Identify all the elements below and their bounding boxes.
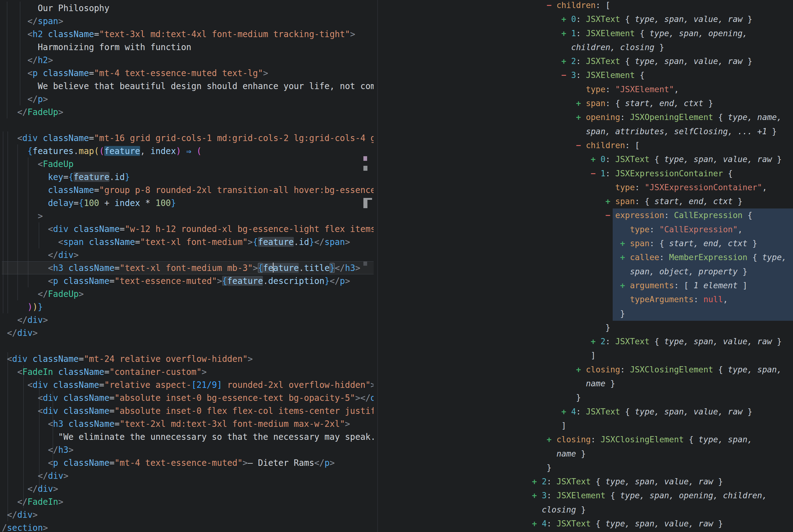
code-line[interactable] [2,118,374,131]
ast-node-line[interactable]: + 4: JSXText { type, span, value, raw } [532,405,793,419]
code-line[interactable]: <h2 className="text-3xl md:text-4xl font… [2,27,374,40]
code-line[interactable]: </FadeUp> [2,287,374,300]
expand-toggle-icon[interactable]: + [561,57,571,66]
code-line[interactable]: </div> [2,313,374,326]
code-line[interactable]: <div className="mt-24 relative overflow-… [2,352,374,365]
ast-node-line[interactable]: } [532,307,793,321]
expand-toggle-icon[interactable]: + [620,253,630,262]
code-line[interactable]: <h3 className="text-xl font-medium mb-3"… [2,261,374,274]
code-line[interactable]: <p className="text-essence-muted">{featu… [2,274,374,287]
ast-node-line[interactable]: + 4: JSXText { type, span, value, raw } [532,517,793,531]
expand-toggle-icon[interactable]: + [620,239,630,248]
ast-node-line[interactable]: name } [532,447,793,461]
collapse-toggle-icon[interactable]: − [591,169,601,178]
ast-node-line[interactable]: type: "JSXExpressionContainer", [532,180,793,194]
ast-node-line[interactable]: } [532,391,793,404]
ast-node-line[interactable]: + 1: JSXElement { type, span, opening, [532,26,793,40]
expand-toggle-icon[interactable]: + [561,407,571,416]
code-line[interactable]: <h3 className="text-2xl md:text-3xl font… [2,417,374,430]
ast-node-line[interactable]: type: "JSXElement", [532,82,793,96]
ast-node-line[interactable]: + closing: JSXClosingElement { type, spa… [532,433,793,446]
code-line[interactable]: <div className="w-12 h-12 rounded-xl bg-… [2,222,374,235]
code-line[interactable]: </h2> [2,54,374,66]
code-line[interactable]: </div> [2,248,374,261]
code-line[interactable]: <div className="absolute inset-0 bg-esse… [2,391,374,404]
expand-toggle-icon[interactable]: + [576,99,586,108]
ast-explorer-pane[interactable]: − children: [ + 0: JSXText { type, span,… [532,0,793,531]
ast-node-line[interactable]: − 1: JSXExpressionContainer { [532,167,793,180]
expand-toggle-icon[interactable]: + [532,519,542,528]
code-line[interactable] [2,339,374,352]
ast-node-line[interactable]: ] [532,419,793,433]
ast-node-line[interactable]: + 0: JSXText { type, span, value, raw } [532,12,793,26]
ast-node-line[interactable]: } [532,321,793,335]
ast-node-line[interactable]: closing } [532,503,793,517]
code-line[interactable]: </div> [2,326,374,339]
ast-node-line[interactable]: + callee: MemberExpression { type, [532,250,793,264]
collapse-toggle-icon[interactable]: − [576,141,586,150]
code-line[interactable]: </div> [2,482,374,495]
code-line[interactable]: delay={100 + index * 100} [2,196,374,209]
ast-node-line[interactable]: + 2: JSXText { type, span, value, raw } [532,475,793,489]
ast-node-line[interactable]: children, closing } [532,40,793,54]
collapse-toggle-icon[interactable]: − [605,211,615,220]
code-line[interactable]: We believe that beautiful design should … [2,79,374,93]
ast-node-line[interactable]: − children: [ [532,0,793,12]
collapse-toggle-icon[interactable]: − [561,71,571,80]
code-line[interactable]: ))} [2,300,374,313]
ast-node-line[interactable]: + span: { start, end, ctxt } [532,194,793,208]
expand-toggle-icon[interactable]: + [561,29,571,38]
ast-node-line[interactable]: + closing: JSXClosingElement { type, spa… [532,363,793,377]
ast-node-line[interactable]: ] [532,348,793,362]
code-line[interactable]: <p className="mt-4 text-essence-muted te… [2,66,374,79]
code-line[interactable]: Harmonizing form with function [2,40,374,54]
ast-node-line[interactable]: + 2: JSXText { type, span, value, raw } [532,335,793,348]
code-line[interactable]: /section> [2,521,374,532]
ast-node-line[interactable]: − 3: JSXElement { [532,68,793,82]
code-line[interactable]: className="group p-8 rounded-2xl transit… [2,184,374,196]
ast-node-line[interactable]: + arguments: [ 1 element ] [532,279,793,292]
ast-node-line[interactable]: − children: [ [532,138,793,152]
expand-toggle-icon[interactable]: + [532,477,542,486]
ast-node-line[interactable]: + 3: JSXElement { type, span, opening, c… [532,489,793,502]
pane-divider[interactable] [377,0,378,532]
expand-toggle-icon[interactable]: + [591,337,601,346]
code-line[interactable]: <p className="mt-4 text-essence-muted">—… [2,456,374,469]
expand-toggle-icon[interactable]: + [605,197,615,206]
ast-node-line[interactable]: + opening: JSXOpeningElement { type, nam… [532,110,793,124]
code-line[interactable]: <div className="mt-16 grid grid-cols-1 m… [2,131,374,145]
ast-node-line[interactable]: − expression: CallExpression { [532,208,793,222]
expand-toggle-icon[interactable]: + [620,281,630,290]
code-line[interactable]: <FadeUp [2,157,374,170]
ast-node-line[interactable]: } [532,461,793,475]
code-line[interactable]: <span className="text-xl font-medium">{f… [2,235,374,248]
code-line[interactable]: <div className="absolute inset-0 flex fl… [2,404,374,417]
code-editor-pane[interactable]: Our Philosophy </span> <h2 className="te… [0,0,374,532]
expand-toggle-icon[interactable]: + [547,435,557,444]
ast-node-line[interactable]: + span: { start, end, ctxt } [532,236,793,250]
expand-toggle-icon[interactable]: + [576,365,586,374]
code-line[interactable]: {features.map((fe­ature, index) ⇒ ( [2,145,374,157]
expand-toggle-icon[interactable]: + [576,113,586,122]
code-line[interactable]: </p> [2,93,374,106]
expand-toggle-icon[interactable]: + [591,155,601,164]
ast-node-line[interactable]: span, object, property } [532,265,793,279]
code-line[interactable]: </div> [2,508,374,521]
code-line[interactable]: Our Philosophy [2,2,374,15]
ast-node-line[interactable]: + 0: JSXText { type, span, value, raw } [532,152,793,166]
code-line[interactable]: </FadeUp> [2,106,374,118]
code-line[interactable]: <FadeIn className="container-custom"> [2,365,374,378]
ast-node-line[interactable]: + span: { start, end, ctxt } [532,96,793,110]
code-line[interactable]: </h3> [2,443,374,456]
code-line[interactable]: key={feature.id} [2,170,374,184]
expand-toggle-icon[interactable]: + [561,15,571,24]
ast-node-line[interactable]: type: "CallExpression", [532,223,793,236]
ast-node-line[interactable]: name } [532,377,793,391]
code-line[interactable]: </span> [2,15,374,27]
expand-toggle-icon[interactable]: + [532,491,542,500]
code-line[interactable]: </div> [2,469,374,482]
code-line[interactable]: <div className="relative aspect-[21/9] r… [2,378,374,391]
code-line[interactable]: > [2,209,374,222]
collapse-toggle-icon[interactable]: − [547,1,557,10]
code-line[interactable]: </FadeIn> [2,495,374,508]
